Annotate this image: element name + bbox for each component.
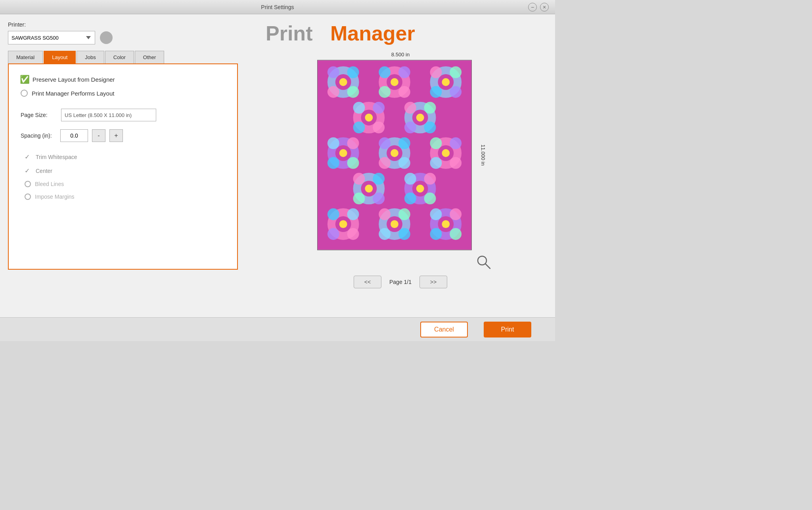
cancel-button[interactable]: Cancel [420, 322, 468, 337]
svg-point-47 [398, 137, 410, 149]
svg-point-53 [430, 137, 442, 149]
tab-color[interactable]: Color [105, 51, 134, 63]
minimize-button[interactable]: − [528, 3, 537, 12]
bleed-lines-checkbox[interactable]: Bleed Lines [25, 181, 225, 187]
svg-point-33 [424, 102, 436, 114]
trim-whitespace-check-icon: ✓ [25, 153, 32, 161]
preserve-layout-label: Preserve Layout from Designer [33, 76, 115, 83]
window-title: Print Settings [261, 4, 294, 10]
preserve-layout-option[interactable]: ✅ Preserve Layout from Designer [21, 75, 225, 83]
tab-material[interactable]: Material [8, 51, 43, 63]
svg-point-27 [353, 121, 365, 133]
printer-dropdown[interactable]: SAWGRASS SG500 [8, 31, 95, 44]
svg-point-35 [424, 121, 436, 133]
svg-point-82 [398, 208, 410, 220]
center-check-icon: ✓ [25, 167, 32, 174]
page-size-label: Page Size: [21, 112, 56, 118]
spacing-increment-button[interactable]: + [109, 129, 123, 142]
svg-point-5 [347, 66, 359, 78]
svg-point-38 [339, 149, 347, 157]
center-label: Center [36, 168, 52, 174]
trim-whitespace-label: Trim Whitespace [36, 154, 77, 160]
svg-point-67 [404, 173, 416, 185]
spacing-input[interactable] [60, 129, 88, 142]
svg-point-4 [327, 66, 339, 78]
svg-point-24 [365, 114, 373, 122]
bleed-lines-circle [25, 181, 31, 187]
svg-point-59 [365, 185, 373, 193]
svg-point-52 [442, 149, 450, 157]
page-info: Page 1/1 [389, 279, 412, 285]
svg-point-41 [327, 157, 339, 169]
svg-point-49 [398, 157, 410, 169]
next-page-button[interactable]: >> [419, 276, 447, 288]
print-manager-layout-option[interactable]: Print Manager Performs Layout [21, 90, 225, 97]
svg-point-28 [373, 121, 385, 133]
svg-point-76 [327, 228, 339, 240]
impose-margins-checkbox[interactable]: Impose Margins [25, 194, 225, 200]
svg-point-48 [379, 157, 391, 169]
left-panel: Printer: SAWGRASS SG500 Material Layout … [8, 21, 238, 310]
svg-point-39 [327, 137, 339, 149]
center-checkbox[interactable]: ✓ Center [25, 167, 225, 174]
right-panel: Print Manager 8.500 in [254, 21, 547, 310]
window-controls: − × [528, 3, 549, 12]
svg-point-62 [353, 193, 365, 205]
impose-margins-label: Impose Margins [35, 194, 75, 200]
tab-jobs[interactable]: Jobs [77, 51, 104, 63]
checked-icon: ✅ [20, 75, 30, 84]
svg-point-12 [398, 66, 410, 78]
bleed-lines-label: Bleed Lines [35, 181, 64, 187]
svg-point-73 [339, 220, 347, 228]
spacing-decrement-button[interactable]: - [92, 129, 105, 142]
svg-point-66 [416, 185, 424, 193]
zoom-icon[interactable] [476, 254, 492, 270]
tab-bar: Material Layout Jobs Color Other [8, 51, 238, 63]
svg-point-11 [379, 66, 391, 78]
svg-point-45 [391, 149, 398, 157]
svg-point-14 [398, 86, 410, 98]
svg-point-91 [450, 228, 462, 240]
page-size-row: Page Size: [21, 109, 225, 121]
layout-radio-group: ✅ Preserve Layout from Designer Print Ma… [21, 75, 225, 97]
spacing-row: Spacing (in): - + [21, 129, 225, 142]
print-button[interactable]: Print [484, 322, 531, 337]
svg-point-18 [430, 66, 442, 78]
page-size-input[interactable] [61, 109, 156, 121]
preview-image [318, 60, 471, 250]
print-manager-layout-label: Print Manager Performs Layout [32, 90, 114, 97]
preview-area: 8.500 in [317, 52, 484, 252]
svg-point-21 [450, 86, 462, 98]
print-manager-orange-text: Manager [330, 22, 415, 45]
svg-point-69 [404, 193, 416, 205]
svg-point-40 [347, 137, 359, 149]
svg-point-61 [373, 173, 385, 185]
svg-point-81 [379, 208, 391, 220]
svg-point-20 [430, 86, 442, 98]
printer-label: Printer: [8, 21, 238, 28]
trim-whitespace-checkbox[interactable]: ✓ Trim Whitespace [25, 153, 225, 161]
svg-point-70 [424, 193, 436, 205]
print-manager-gray-text: Print [266, 22, 318, 45]
tab-other[interactable]: Other [135, 51, 165, 63]
close-button[interactable]: × [540, 3, 549, 12]
print-manager-header: Print Manager [254, 21, 415, 45]
svg-point-56 [450, 157, 462, 169]
svg-point-42 [347, 157, 359, 169]
svg-point-89 [450, 208, 462, 220]
pagination: << Page 1/1 >> [354, 276, 447, 288]
printer-row: SAWGRASS SG500 [8, 31, 238, 44]
svg-point-17 [442, 78, 450, 86]
svg-point-13 [379, 86, 391, 98]
svg-point-77 [347, 228, 359, 240]
svg-point-34 [404, 121, 416, 133]
svg-point-54 [450, 137, 462, 149]
tab-layout[interactable]: Layout [44, 51, 76, 63]
svg-point-7 [347, 86, 359, 98]
preserve-layout-radio[interactable]: ✅ [21, 75, 29, 83]
print-manager-radio[interactable] [21, 90, 28, 97]
spacing-label: Spacing (in): [21, 132, 56, 139]
tab-content: ✅ Preserve Layout from Designer Print Ma… [8, 63, 238, 270]
svg-point-26 [373, 102, 385, 114]
prev-page-button[interactable]: << [354, 276, 381, 288]
